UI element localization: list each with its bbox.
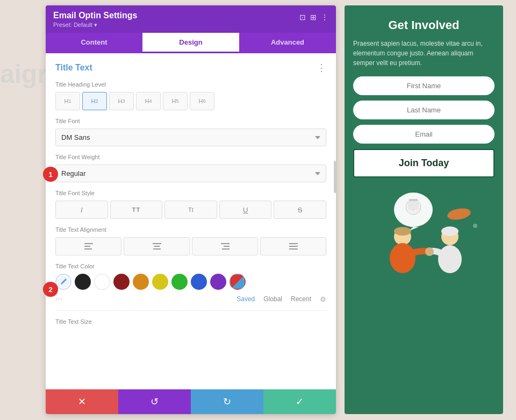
color-settings-icon[interactable]: ⚙ xyxy=(320,295,326,303)
scroll-indicator xyxy=(334,161,336,193)
tab-content[interactable]: Content xyxy=(46,33,142,53)
color-swatch-green[interactable] xyxy=(171,274,188,290)
panel-header-left: Email Optin Settings Preset: Default ▾ xyxy=(53,11,137,29)
svg-point-18 xyxy=(446,207,471,221)
svg-rect-4 xyxy=(154,246,160,247)
title-font-style-label: Title Font Style xyxy=(55,190,326,196)
color-swatches xyxy=(55,274,326,290)
step-badge-1: 1 xyxy=(43,167,58,182)
style-btn-capitalize[interactable]: Tt xyxy=(164,201,217,219)
color-swatch-purple[interactable] xyxy=(210,274,226,290)
heading-btn-h5[interactable]: H5 xyxy=(163,92,188,110)
preview-illustration: $ xyxy=(353,188,494,280)
tab-design[interactable]: Design xyxy=(142,33,239,53)
title-text-color-label: Title Text Color xyxy=(55,263,326,269)
panel-title: Email Optin Settings xyxy=(53,11,137,20)
preview-first-name-input[interactable] xyxy=(353,76,494,95)
title-font-select[interactable]: DM Sans xyxy=(55,129,326,146)
preview-join-button[interactable]: Join Today xyxy=(353,149,494,177)
color-footer-dots[interactable]: ··· xyxy=(55,294,62,304)
panel-tabs: Content Design Advanced xyxy=(46,33,336,53)
preview-title: Get Involved xyxy=(388,18,459,32)
title-font-weight-select[interactable]: Regular xyxy=(55,165,326,182)
color-footer-saved[interactable]: Saved xyxy=(236,295,255,303)
svg-rect-6 xyxy=(221,243,230,244)
heading-btn-h4[interactable]: H4 xyxy=(136,92,161,110)
color-swatch-darkred[interactable] xyxy=(113,274,130,290)
title-text-alignment-buttons xyxy=(55,237,326,255)
preview-description: Praesent sapien lacus, molestie vitae ar… xyxy=(353,39,494,68)
title-font-style-buttons: I TT Tt U S xyxy=(55,201,326,219)
svg-point-21 xyxy=(394,227,411,236)
svg-rect-5 xyxy=(153,248,161,250)
divider xyxy=(55,310,326,311)
color-swatch-white[interactable] xyxy=(94,274,110,290)
color-swatch-blue[interactable] xyxy=(191,274,207,290)
svg-rect-2 xyxy=(84,248,92,250)
svg-rect-11 xyxy=(289,248,298,250)
color-swatch-black[interactable] xyxy=(75,274,91,290)
title-font-label: Title Font xyxy=(55,118,326,124)
main-container: Email Optin Settings Preset: Default ▾ ⊡… xyxy=(46,5,513,414)
section-title: Title Text xyxy=(55,63,92,73)
style-btn-uppercase[interactable]: TT xyxy=(110,201,163,219)
svg-rect-8 xyxy=(222,248,230,250)
layout-icon[interactable]: ⊞ xyxy=(310,13,317,22)
panel-preset[interactable]: Preset: Default ▾ xyxy=(53,22,137,29)
svg-point-26 xyxy=(425,247,434,256)
color-swatch-multi[interactable] xyxy=(230,274,246,290)
svg-rect-1 xyxy=(84,246,90,247)
color-footer-recent[interactable]: Recent xyxy=(291,295,311,303)
preview-email-input[interactable] xyxy=(353,125,494,144)
title-text-size-label: Title Text Size xyxy=(55,318,326,325)
step-badge-2: 2 xyxy=(43,282,58,297)
align-btn-justify[interactable] xyxy=(260,237,326,255)
heading-btn-h3[interactable]: H3 xyxy=(109,92,134,110)
color-footer-global[interactable]: Global xyxy=(263,295,282,303)
svg-rect-0 xyxy=(84,243,93,244)
redo-button[interactable]: ↻ xyxy=(191,389,263,414)
focus-icon[interactable]: ⊡ xyxy=(299,13,306,22)
panel-body: Title Text ⋮ Title Heading Level H1 H2 H… xyxy=(46,53,336,389)
style-btn-italic[interactable]: I xyxy=(55,201,108,219)
svg-point-19 xyxy=(473,224,477,228)
illustration-svg: $ xyxy=(354,188,494,280)
svg-rect-3 xyxy=(153,243,161,244)
svg-rect-10 xyxy=(289,246,298,247)
cancel-button[interactable]: ✕ xyxy=(46,389,118,414)
panel-header: Email Optin Settings Preset: Default ▾ ⊡… xyxy=(46,5,336,33)
svg-point-22 xyxy=(390,243,415,273)
color-swatch-yellow[interactable] xyxy=(152,274,168,290)
align-btn-right[interactable] xyxy=(192,237,258,255)
svg-rect-17 xyxy=(409,199,418,201)
svg-rect-16 xyxy=(408,200,419,210)
heading-level-label: Title Heading Level xyxy=(55,81,326,88)
section-more-icon[interactable]: ⋮ xyxy=(317,62,326,74)
align-btn-left[interactable] xyxy=(55,237,121,255)
heading-level-buttons: H1 H2 H3 H4 H5 H6 xyxy=(55,92,326,110)
style-btn-strikethrough[interactable]: S xyxy=(274,201,326,219)
align-btn-center[interactable] xyxy=(124,237,190,255)
panel-header-right: ⊡ ⊞ ⋮ xyxy=(299,13,328,22)
svg-rect-7 xyxy=(224,246,230,247)
color-footer: ··· Saved Global Recent ⚙ xyxy=(55,294,326,304)
panel-toolbar: ✕ ↺ ↻ ✓ xyxy=(46,389,336,414)
tab-advanced[interactable]: Advanced xyxy=(239,33,336,53)
settings-panel: Email Optin Settings Preset: Default ▾ ⊡… xyxy=(46,5,336,414)
svg-rect-9 xyxy=(289,243,298,244)
save-button[interactable]: ✓ xyxy=(263,389,336,414)
more-options-icon[interactable]: ⋮ xyxy=(321,13,328,22)
section-header: Title Text ⋮ xyxy=(55,62,326,74)
heading-btn-h6[interactable]: H6 xyxy=(190,92,214,110)
color-swatch-orange[interactable] xyxy=(133,274,149,290)
title-font-weight-label: Title Font Weight xyxy=(55,154,326,160)
svg-point-25 xyxy=(438,245,462,273)
heading-btn-h1[interactable]: H1 xyxy=(55,92,80,110)
reset-button[interactable]: ↺ xyxy=(118,389,191,414)
preview-panel: Get Involved Praesent sapien lacus, mole… xyxy=(345,5,503,414)
style-btn-underline[interactable]: U xyxy=(219,201,272,219)
preview-last-name-input[interactable] xyxy=(353,101,494,119)
heading-btn-h2[interactable]: H2 xyxy=(82,92,107,110)
title-text-alignment-label: Title Text Alignment xyxy=(55,226,326,233)
